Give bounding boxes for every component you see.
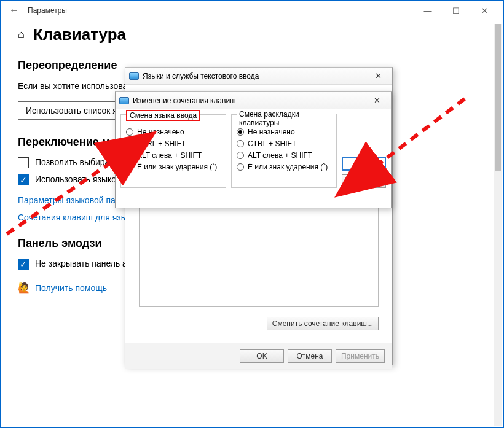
keyboard-icon bbox=[119, 97, 129, 104]
radio-icon bbox=[126, 152, 133, 159]
outer-apply-button[interactable]: Применить bbox=[336, 349, 385, 363]
radio-layout-grave[interactable]: Ё или знак ударения (`) bbox=[237, 163, 331, 171]
radio-icon bbox=[126, 140, 133, 147]
radio-icon bbox=[237, 140, 244, 147]
radio-layout-none[interactable]: Не назначено bbox=[237, 128, 331, 136]
window-titlebar: ← Параметры — ☐ ✕ bbox=[1, 1, 503, 20]
change-hotkey-button[interactable]: Сменить сочетание клавиш... bbox=[267, 317, 379, 330]
radio-lang-ctrlshift-label: CTRL + SHIFT bbox=[137, 139, 186, 148]
inner-ok-button[interactable]: OK bbox=[342, 157, 386, 171]
checkbox-emoji[interactable]: ✓ bbox=[18, 259, 29, 270]
radio-icon bbox=[237, 163, 244, 171]
maximize-button[interactable]: ☐ bbox=[442, 1, 470, 20]
home-icon[interactable]: ⌂ bbox=[18, 28, 25, 41]
radio-icon bbox=[126, 128, 133, 136]
use-list-button[interactable]: Использовать список я bbox=[18, 101, 125, 120]
dialog-text-services-title: Языки и службы текстового ввода bbox=[143, 72, 259, 80]
radio-layout-grave-label: Ё или знак ударения (`) bbox=[248, 163, 328, 171]
vertical-scrollbar[interactable] bbox=[494, 24, 502, 426]
radio-layout-none-label: Не назначено bbox=[248, 128, 295, 136]
scrollbar-thumb[interactable] bbox=[495, 24, 501, 171]
back-button[interactable]: ← bbox=[6, 5, 23, 16]
radio-icon bbox=[237, 152, 244, 159]
dialog-change-hotkey: Изменение сочетания клавиш ✕ Смена языка… bbox=[115, 91, 392, 208]
dialog-change-hotkey-close[interactable]: ✕ bbox=[366, 94, 387, 107]
radio-lang-ctrlshift[interactable]: CTRL + SHIFT bbox=[126, 139, 221, 148]
link-hotkeys[interactable]: Сочетания клавиш для язы bbox=[18, 212, 127, 222]
radio-lang-none-label: Не назначено bbox=[137, 128, 184, 136]
keyboard-icon bbox=[129, 72, 139, 80]
group-keyboard-layout: Смена раскладки клавиатуры Не назначено … bbox=[231, 114, 337, 188]
help-icon: 🙋 bbox=[18, 282, 30, 294]
radio-icon bbox=[237, 128, 244, 136]
legend-keyboard-layout: Смена раскладки клавиатуры bbox=[237, 110, 336, 127]
radio-lang-none[interactable]: Не назначено bbox=[126, 128, 221, 136]
radio-layout-altshift-label: ALT слева + SHIFT bbox=[248, 151, 312, 160]
outer-ok-button[interactable]: OK bbox=[240, 349, 284, 363]
dialog-text-services-titlebar[interactable]: Языки и службы текстового ввода ✕ bbox=[125, 68, 392, 85]
radio-lang-grave-label: Ё или знак ударения (`) bbox=[137, 163, 217, 171]
checkbox-uselang[interactable]: ✓ bbox=[18, 174, 29, 185]
link-help[interactable]: Получить помощь bbox=[35, 283, 107, 293]
close-button[interactable]: ✕ bbox=[470, 1, 498, 20]
link-lang-panel[interactable]: Параметры языковой пане bbox=[18, 195, 125, 205]
radio-layout-ctrlshift-label: CTRL + SHIFT bbox=[248, 139, 296, 148]
inner-cancel-button[interactable]: Отмена bbox=[342, 174, 386, 188]
radio-lang-altshift[interactable]: ALT слева + SHIFT bbox=[126, 151, 221, 160]
dialog-change-hotkey-title: Изменение сочетания клавиш bbox=[133, 96, 236, 105]
page-title: Клавиатура bbox=[33, 25, 126, 44]
window-title: Параметры bbox=[28, 6, 67, 15]
radio-lang-grave[interactable]: Ё или знак ударения (`) bbox=[126, 163, 221, 171]
checkbox-allow[interactable] bbox=[18, 157, 29, 168]
radio-lang-altshift-label: ALT слева + SHIFT bbox=[137, 151, 202, 160]
group-input-language: Смена языка ввода Не назначено CTRL + SH… bbox=[120, 114, 226, 188]
outer-cancel-button[interactable]: Отмена bbox=[288, 349, 332, 363]
minimize-button[interactable]: — bbox=[414, 1, 442, 20]
radio-layout-altshift[interactable]: ALT слева + SHIFT bbox=[237, 151, 331, 160]
legend-input-language: Смена языка ввода bbox=[126, 110, 200, 121]
radio-icon bbox=[126, 163, 133, 171]
dialog-change-hotkey-titlebar[interactable]: Изменение сочетания клавиш ✕ bbox=[116, 92, 391, 109]
radio-layout-ctrlshift[interactable]: CTRL + SHIFT bbox=[237, 139, 331, 148]
dialog-text-services-close[interactable]: ✕ bbox=[368, 69, 388, 83]
